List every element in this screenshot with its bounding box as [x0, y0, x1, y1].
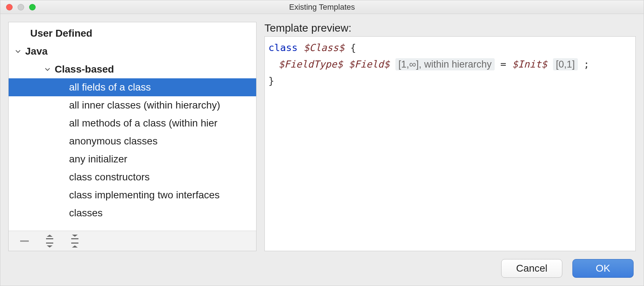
- tree-item[interactable]: all fields of a class: [9, 78, 256, 96]
- ok-button[interactable]: OK: [572, 259, 634, 278]
- svg-rect-3: [71, 238, 78, 239]
- titlebar: Existing Templates: [0, 0, 644, 14]
- svg-rect-1: [46, 238, 53, 239]
- tree-item-label: class constructors: [69, 171, 150, 183]
- preview-panel: Template preview: class $Class$ { $Field…: [264, 22, 636, 251]
- tree-item-label: class implementing two interfaces: [69, 189, 220, 201]
- code-text: ;: [584, 59, 589, 70]
- code-variable: $FieldType$: [278, 59, 343, 70]
- code-keyword: class: [268, 42, 298, 53]
- tree-item-label: all fields of a class: [69, 82, 151, 93]
- code-text: =: [500, 59, 512, 70]
- dialog-body: User Defined Java Class-based all fields…: [0, 14, 644, 251]
- code-variable: $Class$: [304, 42, 345, 53]
- tree-item[interactable]: anonymous classes: [9, 132, 256, 150]
- code-variable: $Field$: [349, 59, 390, 70]
- svg-rect-4: [71, 243, 78, 244]
- code-line: $FieldType$ $Field$ [1,∞], within hierar…: [268, 56, 632, 73]
- code-variable: $Init$: [512, 59, 547, 70]
- preview-label: Template preview:: [264, 22, 636, 34]
- expand-all-icon[interactable]: [43, 235, 56, 248]
- tree-toolbar: [9, 231, 256, 251]
- tree-label: Class-based: [55, 64, 114, 75]
- tree-item-label: any initializer: [69, 153, 127, 165]
- tree-label: User Defined: [30, 28, 92, 39]
- code-hint: [0,1]: [553, 58, 578, 70]
- tree-label: Java: [25, 46, 47, 57]
- dialog-window: Existing Templates User Defined Java: [0, 0, 644, 286]
- chevron-down-icon: [43, 66, 52, 72]
- tree-item[interactable]: any initializer: [9, 150, 256, 168]
- code-hint: [1,∞], within hierarchy: [395, 58, 494, 70]
- chevron-down-icon: [14, 49, 22, 54]
- code-text: }: [268, 75, 274, 86]
- tree-item-label: all inner classes (within hierarchy): [69, 100, 220, 111]
- tree-item[interactable]: classes: [9, 204, 256, 222]
- template-tree[interactable]: User Defined Java Class-based all fields…: [9, 22, 256, 231]
- template-tree-panel: User Defined Java Class-based all fields…: [8, 22, 257, 251]
- dialog-footer: Cancel OK: [0, 251, 644, 286]
- tree-item[interactable]: class constructors: [9, 168, 256, 186]
- tree-item[interactable]: class implementing two interfaces: [9, 186, 256, 204]
- tree-item[interactable]: all inner classes (within hierarchy): [9, 96, 256, 114]
- tree-node-user-defined[interactable]: User Defined: [9, 24, 256, 42]
- window-title: Existing Templates: [0, 3, 644, 12]
- remove-icon[interactable]: [18, 235, 31, 248]
- code-text: {: [350, 42, 356, 53]
- tree-item[interactable]: all methods of a class (within hier: [9, 114, 256, 132]
- template-preview: class $Class$ { $FieldType$ $Field$ [1,∞…: [264, 36, 636, 251]
- svg-rect-2: [46, 243, 53, 244]
- collapse-all-icon[interactable]: [68, 235, 81, 248]
- tree-item-label: all methods of a class (within hier: [69, 117, 217, 129]
- tree-item-label: anonymous classes: [69, 135, 158, 147]
- tree-node-class-based[interactable]: Class-based: [9, 60, 256, 78]
- cancel-button[interactable]: Cancel: [501, 259, 562, 278]
- code-line: class $Class$ {: [268, 40, 632, 56]
- tree-node-java[interactable]: Java: [9, 42, 256, 60]
- code-line: }: [268, 73, 632, 89]
- svg-rect-0: [20, 240, 29, 242]
- tree-item-label: classes: [69, 207, 103, 219]
